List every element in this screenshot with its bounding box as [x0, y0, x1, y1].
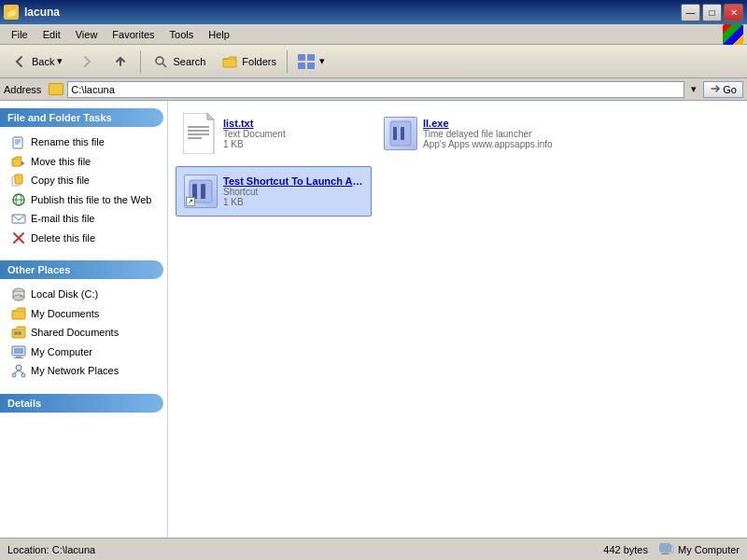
status-computer-label: My Computer: [678, 544, 740, 555]
address-dropdown-icon[interactable]: ▾: [688, 83, 699, 95]
publish-file-item[interactable]: Publish this file to the Web: [7, 190, 160, 210]
toolbar: Back ▾ Search Folders: [0, 45, 747, 78]
file-item-test-shortcut[interactable]: ↗ Test Shortcut To Launch Apps Shortcut …: [176, 166, 372, 217]
svg-line-1: [162, 63, 166, 67]
up-icon: [111, 52, 130, 71]
my-documents-item[interactable]: My Documents: [7, 304, 160, 324]
my-computer-label: My Computer: [31, 344, 92, 360]
forward-button[interactable]: [71, 49, 103, 75]
rename-file-item[interactable]: Rename this file: [7, 133, 160, 152]
search-icon: [151, 52, 170, 71]
status-computer: My Computer: [659, 542, 740, 557]
computer-icon: [659, 542, 674, 557]
file-item-list-txt[interactable]: list.txt Text Document 1 KB: [176, 108, 372, 159]
main-content: File and Folder Tasks Rename this file: [0, 101, 747, 538]
shared-documents-label: Shared Documents: [31, 325, 119, 341]
other-places-header: Other Places: [0, 260, 163, 279]
details-header: Details: [0, 394, 163, 413]
file-type-ll-exe: Time delayed file launcher: [423, 129, 565, 139]
file-details-list-txt: list.txt Text Document 1 KB: [223, 118, 365, 149]
svg-rect-48: [201, 184, 205, 199]
my-computer-item[interactable]: My Computer: [7, 343, 160, 362]
views-icon: [298, 52, 317, 71]
svg-rect-51: [663, 552, 668, 553]
svg-rect-7: [13, 137, 22, 148]
close-button[interactable]: ✕: [724, 4, 743, 21]
menu-bar: File Edit View Favorites Tools Help: [0, 24, 747, 45]
svg-rect-31: [14, 357, 23, 358]
svg-rect-5: [298, 63, 305, 69]
status-right: 442 bytes My Computer: [603, 542, 740, 557]
publish-icon: [11, 192, 26, 207]
views-button[interactable]: ▾: [291, 49, 331, 75]
svg-rect-53: [671, 546, 673, 553]
svg-rect-2: [223, 59, 236, 67]
address-bar: Address ▾ Go: [0, 78, 747, 101]
svg-rect-11: [12, 159, 21, 166]
separator-1: [140, 50, 141, 73]
svg-point-33: [12, 373, 16, 377]
file-item-ll-exe[interactable]: ll.exe Time delayed file launcher App's …: [375, 108, 571, 159]
other-places-content: Local Disk (C:) My Documents: [0, 283, 167, 383]
file-name-shortcut: Test Shortcut To Launch Apps: [223, 175, 365, 187]
minimize-button[interactable]: —: [681, 4, 700, 21]
svg-point-34: [21, 373, 25, 377]
address-input[interactable]: [67, 81, 684, 98]
menu-view[interactable]: View: [68, 27, 106, 42]
svg-rect-13: [15, 175, 22, 184]
go-button[interactable]: Go: [703, 81, 743, 98]
rename-icon: [11, 134, 26, 149]
back-icon: [10, 52, 29, 71]
svg-point-32: [16, 365, 21, 371]
folders-button[interactable]: Folders: [214, 49, 283, 75]
menu-file[interactable]: File: [4, 27, 35, 42]
delete-file-item[interactable]: Delete this file: [7, 229, 160, 248]
file-type-shortcut: Shortcut: [223, 187, 365, 197]
copy-file-item[interactable]: Copy this file: [7, 171, 160, 190]
my-network-icon: [11, 363, 26, 378]
svg-rect-50: [661, 545, 669, 551]
file-name-list-txt: list.txt: [223, 118, 365, 129]
txt-file-icon: [182, 115, 219, 152]
file-details-shortcut: Test Shortcut To Launch Apps Shortcut 1 …: [223, 175, 365, 207]
file-size-list-txt: 1 KB: [223, 139, 365, 149]
file-name-ll-exe: ll.exe: [423, 118, 565, 129]
up-button[interactable]: [105, 49, 136, 75]
menu-tools[interactable]: Tools: [162, 27, 202, 42]
right-panel: list.txt Text Document 1 KB ll.exe Time …: [168, 101, 747, 538]
exe-file-icon: [382, 115, 419, 152]
my-network-item[interactable]: My Network Places: [7, 361, 160, 381]
file-tasks-section: File and Folder Tasks Rename this file: [0, 108, 167, 249]
publish-file-label: Publish this file to the Web: [31, 192, 151, 208]
title-buttons: — □ ✕: [681, 4, 743, 21]
menu-favorites[interactable]: Favorites: [105, 27, 162, 42]
address-folder-icon: [49, 83, 63, 95]
file-tasks-content: Rename this file Move this file: [0, 131, 167, 249]
address-label: Address: [4, 84, 41, 95]
svg-rect-24: [12, 311, 25, 319]
svg-rect-30: [16, 356, 21, 357]
email-file-item[interactable]: E-mail this file: [7, 209, 160, 229]
move-icon: [11, 154, 26, 169]
menu-help[interactable]: Help: [201, 27, 237, 42]
svg-point-26: [14, 331, 18, 335]
back-button[interactable]: Back ▾: [4, 49, 69, 75]
file-desc-ll-exe: App's Apps www.appsapps.info: [423, 139, 565, 149]
search-button[interactable]: Search: [145, 49, 212, 75]
svg-rect-52: [661, 553, 669, 554]
email-icon: [11, 211, 26, 226]
shared-documents-item[interactable]: Shared Documents: [7, 323, 160, 343]
file-tasks-header: File and Folder Tasks: [0, 108, 163, 127]
svg-point-27: [18, 331, 21, 335]
local-disk-item[interactable]: Local Disk (C:): [7, 285, 160, 304]
move-file-item[interactable]: Move this file: [7, 152, 160, 172]
menu-edit[interactable]: Edit: [35, 27, 68, 42]
svg-line-35: [14, 371, 19, 373]
move-file-label: Move this file: [31, 154, 91, 170]
svg-rect-29: [14, 348, 23, 354]
status-location: Location: C:\lacuna: [7, 544, 603, 555]
maximize-button[interactable]: □: [702, 4, 722, 21]
svg-rect-6: [307, 63, 315, 69]
shared-documents-icon: [11, 325, 26, 340]
copy-icon: [11, 173, 26, 188]
